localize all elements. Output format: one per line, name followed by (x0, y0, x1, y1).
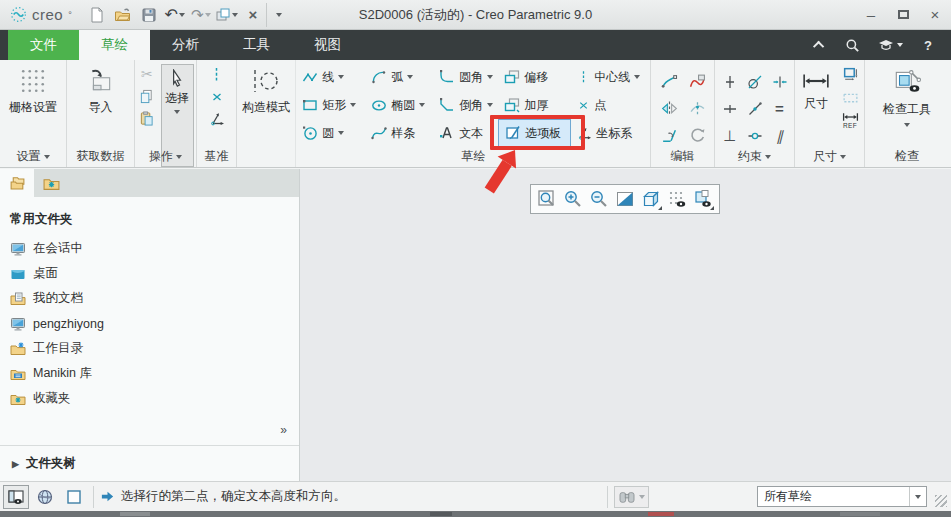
inspect-tools-button[interactable]: 检查工具 (865, 60, 949, 127)
datum-csys-icon[interactable] (209, 111, 225, 127)
save-button[interactable] (136, 3, 162, 27)
nav-item-desktop[interactable]: 桌面 (0, 261, 299, 286)
favorites-tab[interactable] (34, 169, 68, 197)
grid-settings-button[interactable]: 栅格设置 (0, 60, 66, 116)
tool-chamfer[interactable]: 倒角 (433, 91, 498, 119)
redo-button[interactable]: ↷ (188, 3, 214, 27)
tab-file[interactable]: 文件 (8, 30, 79, 60)
grid-display-button[interactable] (664, 186, 690, 212)
group-constraints-label[interactable]: 约束 (715, 148, 794, 165)
creo-logo-text: creo (32, 6, 63, 23)
datum-point-icon[interactable] (210, 90, 224, 104)
modify-icon[interactable] (661, 73, 678, 90)
horizontal-constraint-icon[interactable] (722, 101, 738, 117)
graphics-area[interactable] (300, 169, 951, 481)
maximize-button[interactable] (887, 2, 919, 28)
new-file-button[interactable] (84, 3, 110, 27)
perimeter-dimension-icon[interactable] (842, 66, 859, 83)
zoom-in-button[interactable] (560, 186, 586, 212)
display-style-button[interactable] (612, 186, 638, 212)
open-file-button[interactable] (110, 3, 136, 27)
nav-item-favorites[interactable]: 收藏夹 (0, 386, 299, 411)
group-operations-label[interactable]: 操作 (135, 148, 196, 165)
midpoint-constraint-icon[interactable] (747, 101, 763, 117)
arc-caret-icon (407, 75, 413, 79)
toggle-navigator-button[interactable] (3, 485, 29, 509)
tool-offset[interactable]: 偏移 (498, 63, 571, 91)
redo-dropdown-caret (205, 13, 211, 17)
mirror-icon[interactable] (661, 100, 678, 117)
perpendicular-constraint-icon[interactable]: ⊥ (723, 127, 736, 145)
tool-rectangle[interactable]: 矩形 (296, 91, 365, 119)
construction-mode-button[interactable]: 构造模式 (237, 60, 296, 167)
nav-item-computer[interactable]: pengzhiyong (0, 311, 299, 336)
tool-text[interactable]: 文本 (433, 119, 498, 147)
baseline-dimension-button[interactable]: REF (842, 112, 859, 129)
import-button[interactable]: 导入 (67, 60, 134, 116)
folder-browser-tab[interactable] (0, 169, 34, 197)
windows-icon (215, 7, 231, 23)
filter-dropdown-button[interactable] (909, 487, 926, 506)
tool-arc[interactable]: 弧 (365, 63, 433, 91)
parallel-constraint-icon[interactable]: ∥ (776, 128, 783, 144)
delete-segment-icon[interactable] (689, 73, 706, 90)
saved-orientations-button[interactable] (638, 186, 664, 212)
filter-combobox[interactable]: 所有草绘 (757, 486, 927, 507)
symmetric-constraint-icon[interactable] (772, 74, 788, 90)
ordinate-dimension-icon[interactable] (842, 89, 859, 106)
window-switch-button[interactable] (214, 3, 240, 27)
close-window-icon: × (248, 6, 257, 23)
resize-grip[interactable] (935, 495, 947, 507)
corner-icon[interactable] (661, 127, 678, 144)
creo-swirl-icon (10, 6, 27, 23)
undo-button[interactable]: ↶ (162, 3, 188, 27)
help-button[interactable]: ? (917, 34, 939, 56)
copy-icon[interactable] (139, 89, 154, 104)
tab-tools[interactable]: 工具 (221, 30, 292, 60)
full-screen-button[interactable] (61, 485, 87, 509)
customize-quick-access-button[interactable] (266, 3, 292, 27)
equal-constraint-icon[interactable]: = (775, 100, 784, 117)
coincident-constraint-icon[interactable] (747, 128, 763, 144)
zoom-out-button[interactable] (586, 186, 612, 212)
web-browser-button[interactable] (32, 485, 58, 509)
settings-caret-icon (44, 155, 50, 159)
datum-centerline-icon[interactable] (209, 66, 224, 83)
learning-cap-icon (878, 37, 894, 53)
search-button[interactable] (841, 34, 863, 56)
tangent-constraint-icon[interactable] (747, 74, 763, 90)
close-window-button[interactable]: × (240, 3, 266, 27)
folder-tree-expander[interactable]: ▶ 文件夹树 (0, 445, 299, 481)
paste-icon[interactable] (139, 111, 154, 126)
tool-ellipse[interactable]: 椭圆 (365, 91, 433, 119)
tool-line[interactable]: 线 (296, 63, 365, 91)
learning-center-button[interactable] (873, 34, 907, 56)
tool-spline[interactable]: 样条 (365, 119, 433, 147)
nav-item-in-session[interactable]: 在会话中 (0, 236, 299, 261)
tab-view[interactable]: 视图 (292, 30, 363, 60)
collapse-list-button[interactable]: » (280, 423, 287, 437)
group-dimension-label[interactable]: 尺寸 (795, 148, 864, 165)
nav-item-working-directory[interactable]: 工作目录 (0, 336, 299, 361)
tab-analysis[interactable]: 分析 (150, 30, 221, 60)
sketch-display-button[interactable] (690, 186, 716, 212)
tool-circle[interactable]: 圆 (296, 119, 365, 147)
find-button[interactable] (614, 486, 649, 508)
refit-button[interactable] (534, 186, 560, 212)
group-settings-label[interactable]: 设置 (0, 148, 66, 165)
tool-centerline[interactable]: 中心线 (571, 63, 650, 91)
vertical-constraint-icon[interactable] (722, 74, 738, 90)
divide-icon[interactable] (689, 100, 706, 117)
tab-sketch[interactable]: 草绘 (79, 30, 150, 60)
close-button[interactable]: × (919, 2, 951, 28)
ribbon-tab-bar: 文件 草绘 分析 工具 视图 ? (0, 30, 951, 60)
nav-item-my-documents[interactable]: 我的文档 (0, 286, 299, 311)
tool-fillet[interactable]: 圆角 (433, 63, 498, 91)
edit-icons (651, 60, 714, 149)
nav-item-manikin-library[interactable]: Manikin 库 (0, 361, 299, 386)
collapse-ribbon-button[interactable] (809, 34, 831, 56)
minimize-button[interactable]: – (855, 2, 887, 28)
rotate-resize-icon[interactable] (689, 127, 706, 144)
point-icon (577, 99, 590, 112)
cut-icon[interactable]: ✂ (141, 66, 153, 82)
